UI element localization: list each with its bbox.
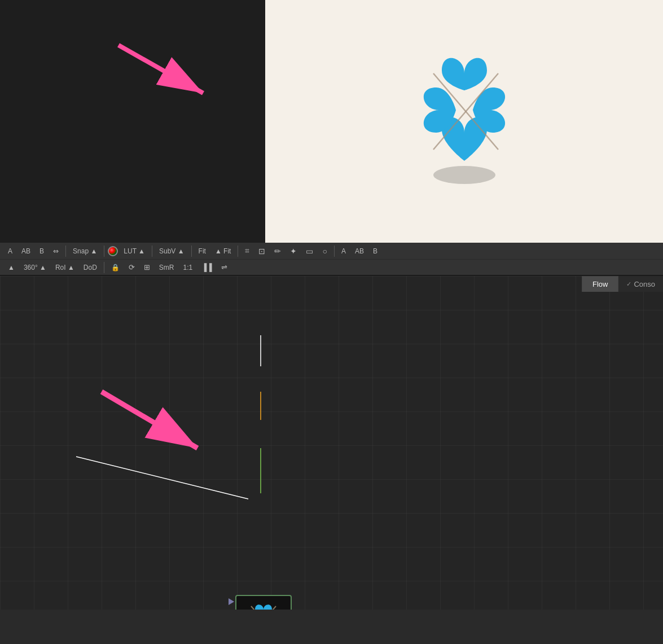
flow-tabbar: Flow ✓ Conso [582,276,663,292]
btn-circle[interactable]: ○ [319,245,330,257]
separator-6 [334,246,335,257]
svg-line-10 [102,392,197,448]
separator-2 [104,246,104,257]
tab-console[interactable]: ✓ Conso [618,277,663,292]
btn-ab2[interactable]: AB [352,246,367,257]
btn-icon1[interactable]: ⌗ [242,244,253,257]
viewer-right [265,0,663,243]
clover-mini-svg [241,599,286,610]
btn-fit1[interactable]: Fit [195,246,209,257]
svg-rect-11 [241,599,286,610]
svg-point-2 [433,166,495,184]
node-clover[interactable]: clover.png [229,595,292,610]
viewer-area [0,0,663,243]
btn-roi[interactable]: RoI ▲ [52,262,78,273]
btn-wand[interactable]: ✦ [287,245,300,257]
tab-flow[interactable]: Flow [582,276,618,292]
pink-arrow-flow [90,386,220,459]
separator-4 [191,246,192,257]
btn-fit2[interactable]: ▲ Fit [212,246,235,257]
btn-rect[interactable]: ▭ [302,245,317,257]
btn-lut[interactable]: LUT ▲ [120,246,148,257]
separator-5 [238,246,238,257]
btn-ratio[interactable]: 1:1 [180,262,196,273]
toolbar-row-1: A AB B ⇔ Snap ▲ LUT ▲ SubV ▲ Fit ▲ Fit ⌗… [0,243,663,260]
btn-b[interactable]: B [36,246,47,257]
btn-bars[interactable]: ▐▐ [198,261,215,273]
clover-preview-svg [399,40,529,186]
clover-port-in [229,598,234,605]
btn-eye-cycle[interactable]: ⟳ [125,261,138,273]
btn-dod[interactable]: DoD [80,262,100,273]
btn-subv[interactable]: SubV ▲ [156,246,188,257]
btn-grid2[interactable]: ⊞ [140,261,153,273]
pink-arrow-top [102,34,226,102]
btn-a2[interactable]: A [338,246,349,257]
btn-sliders[interactable]: ⇌ [218,261,231,273]
color-picker-btn[interactable] [108,246,118,256]
clover-node-image [235,595,292,610]
btn-snap[interactable]: Snap ▲ [69,246,100,257]
btn-link[interactable]: ⇔ [50,246,62,257]
btn-icon2[interactable]: ⊡ [255,245,269,257]
toolbar: A AB B ⇔ Snap ▲ LUT ▲ SubV ▲ Fit ▲ Fit ⌗… [0,243,663,276]
separator-3 [152,246,152,257]
btn-360[interactable]: 360° ▲ [20,262,50,273]
svg-line-8 [76,457,248,499]
btn-smr[interactable]: SmR [156,262,178,273]
separator-1 [65,246,66,257]
btn-lock[interactable]: 🔒 [108,262,123,273]
flow-area: Flow ✓ Conso [0,276,663,610]
separator-7 [104,262,104,273]
btn-b2[interactable]: B [370,246,381,257]
btn-ab[interactable]: AB [18,246,34,257]
btn-a[interactable]: A [5,246,16,257]
viewer-left [0,0,265,243]
btn-pencil[interactable]: ✏ [271,245,284,257]
btn-arrow-up[interactable]: ▲ [5,262,18,273]
toolbar-row-2: ▲ 360° ▲ RoI ▲ DoD 🔒 ⟳ ⊞ SmR 1:1 ▐▐ ⇌ [0,260,663,275]
svg-line-1 [118,45,203,93]
